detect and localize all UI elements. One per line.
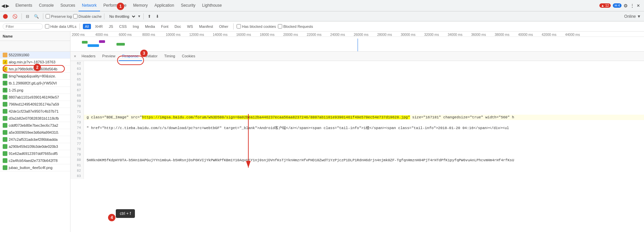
tab-console[interactable]: Console xyxy=(36,0,57,11)
request-item-12[interactable]: 247c2af531adcbef286bbadda xyxy=(0,136,70,143)
line-content xyxy=(84,147,644,152)
filter-type-doc[interactable]: Doc xyxy=(172,24,183,29)
throttle-chevron-icon: ▼ xyxy=(138,14,141,18)
timeline-label-10: 22000 ms xyxy=(305,33,329,37)
filter-type-js[interactable]: JS xyxy=(107,24,115,29)
line-number: 73 xyxy=(70,120,84,125)
request-item-11[interactable]: a5e3009659ee3d6d4a994310. xyxy=(0,129,70,136)
line-number: 75 xyxy=(70,131,84,136)
export-button[interactable]: ⬇ xyxy=(154,13,161,20)
main-area: 5522091060 J alog.min.js?v=-18763-18763 … xyxy=(0,52,644,232)
filter-type-other[interactable]: Other xyxy=(217,24,231,29)
close-devtools-icon[interactable]: ✕ xyxy=(637,3,640,8)
request-item-3[interactable]: I timg?wapp&quality=80&size. xyxy=(0,73,70,80)
tab-application[interactable]: Application xyxy=(151,0,178,11)
inner-tab-timing[interactable]: Timing xyxy=(161,52,179,61)
request-item-9[interactable]: d3a1b82e070828381b1118cfb xyxy=(0,115,70,122)
tab-performance[interactable]: Performance xyxy=(100,0,130,11)
devtools-icon-forward[interactable]: ▶ xyxy=(6,3,9,8)
tab-elements[interactable]: Elements xyxy=(12,0,36,11)
request-item-name-16: jubao_button_4ee5c4f.png xyxy=(9,166,67,170)
request-item-icon-13 xyxy=(3,144,7,149)
search-button[interactable]: 🔍 xyxy=(32,13,41,20)
request-item-4[interactable]: I tb.1.29868f2f.gtLqi9-jYW50Vl xyxy=(0,80,70,87)
request-item-15[interactable]: c2a4fcb54aed2e7370b642f78 xyxy=(0,157,70,164)
filter-type-img[interactable]: Img xyxy=(131,24,141,29)
timeline-label-15: 32000 ms xyxy=(423,33,446,37)
timeline-label-0: 2000 ms xyxy=(70,33,94,37)
hide-data-urls-label[interactable]: Hide data URLs xyxy=(45,24,77,28)
filter-type-media[interactable]: Media xyxy=(143,24,157,29)
blocked-requests-label[interactable]: Blocked Requests xyxy=(278,24,313,28)
preserve-log-label[interactable]: Preserve log xyxy=(46,14,72,18)
hide-data-urls-checkbox[interactable] xyxy=(45,24,49,28)
response-panel: × Headers Preview Response Initiator Tim… xyxy=(70,52,644,232)
separator-1 xyxy=(21,13,22,19)
request-item-icon-7 xyxy=(3,102,7,107)
timeline-label-13: 28000 ms xyxy=(376,33,399,37)
timeline-label-1: 4000 ms xyxy=(94,33,117,37)
request-item-10[interactable]: cddf073eb80e7bec3ec6c73a2 xyxy=(0,122,70,129)
timeline-section: Name 2000 ms 4000 ms 6000 ms 8000 ms 100… xyxy=(0,32,644,52)
online-status[interactable]: Online ▼ xyxy=(623,13,643,20)
timeline-label-4: 10000 ms xyxy=(164,33,188,37)
inner-tab-headers[interactable]: Headers xyxy=(78,52,99,61)
filter-type-all[interactable]: All xyxy=(83,24,91,29)
request-item-icon-9 xyxy=(3,116,7,121)
record-button[interactable] xyxy=(1,13,9,20)
line-number: 76 xyxy=(70,136,84,141)
filter-type-ws[interactable]: WS xyxy=(185,24,195,29)
request-item-14[interactable]: 91e62ad6912397ddf7665cdf5 xyxy=(0,150,70,157)
timeline-label-14: 30000 ms xyxy=(399,33,423,37)
waterfall-bar-0 xyxy=(82,41,88,44)
clear-button[interactable]: 🚫 xyxy=(11,13,19,20)
import-button[interactable]: ⬆ xyxy=(146,13,153,20)
filter-type-font[interactable]: Font xyxy=(159,24,170,29)
request-item-0[interactable]: 5522091060 xyxy=(0,52,70,59)
tab-network[interactable]: Network xyxy=(79,0,100,11)
has-blocked-cookies-label[interactable]: Has blocked cookies xyxy=(237,24,276,28)
response-line: 73 xyxy=(70,120,644,125)
settings-icon[interactable]: ⚙ xyxy=(624,3,628,8)
more-icon[interactable]: ⋮ xyxy=(630,3,635,8)
inner-tab-cookies[interactable]: Cookies xyxy=(179,52,199,61)
tab-security[interactable]: Security xyxy=(178,0,199,11)
response-line: 78 xyxy=(70,147,644,152)
inner-tab-preview[interactable]: Preview xyxy=(99,52,119,61)
close-tab-button[interactable]: × xyxy=(72,53,78,59)
line-content xyxy=(84,99,644,104)
devtools-icon-back[interactable]: ◀ xyxy=(1,3,5,8)
request-item-5[interactable]: I 1-25.png xyxy=(0,87,70,94)
request-item-6[interactable]: I 8807ab1101e93901461f49e57 xyxy=(0,94,70,101)
timeline-labels: 2000 ms 4000 ms 6000 ms 8000 ms 10000 ms… xyxy=(70,32,644,37)
request-item-16[interactable]: jubao_button_4ee5c4f.png xyxy=(0,164,70,171)
request-item-13[interactable]: a290b459d109b3de0de020b3 xyxy=(0,143,70,150)
disable-cache-label[interactable]: Disable cache xyxy=(73,14,102,18)
separator-4 xyxy=(143,13,144,19)
has-blocked-cookies-checkbox[interactable] xyxy=(237,24,241,28)
request-item-name-0: 5522091060 xyxy=(9,53,67,57)
timeline-label-11: 24000 ms xyxy=(329,33,352,37)
request-item-icon-14 xyxy=(3,151,7,156)
request-item-icon-15 xyxy=(3,158,7,163)
blocked-requests-checkbox[interactable] xyxy=(278,24,282,28)
tab-memory[interactable]: Memory xyxy=(130,0,151,11)
preserve-log-checkbox[interactable] xyxy=(46,14,50,18)
tab-sources[interactable]: Sources xyxy=(57,0,79,11)
filter-toggle-button[interactable]: ⊟ xyxy=(24,13,31,20)
filter-input[interactable] xyxy=(3,23,43,30)
tab-lighthouse[interactable]: Lighthouse xyxy=(199,0,225,11)
filter-type-xhr[interactable]: XHR xyxy=(93,24,105,29)
request-list-body: 5522091060 J alog.min.js?v=-18763-18763 … xyxy=(0,52,70,232)
throttle-select[interactable]: No throttling xyxy=(107,13,136,19)
response-content[interactable]: 6263646566676869707172g class="BDE_Image… xyxy=(70,61,644,232)
response-line: 62 xyxy=(70,61,644,66)
request-item-8[interactable]: 42de1cf23a87e9507c4b37b71 xyxy=(0,108,70,115)
line-number: 81 xyxy=(70,163,84,168)
response-line: 74" href="http://c.tieba.baidu.com/c/s/d… xyxy=(70,125,644,131)
timeline-right: 2000 ms 4000 ms 6000 ms 8000 ms 10000 ms… xyxy=(70,32,644,51)
filter-type-manifest[interactable]: Manifest xyxy=(197,24,215,29)
request-item-7[interactable]: 796fed12495409235174a7a59 xyxy=(0,101,70,108)
disable-cache-checkbox[interactable] xyxy=(73,14,78,18)
filter-type-css[interactable]: CSS xyxy=(117,24,129,29)
